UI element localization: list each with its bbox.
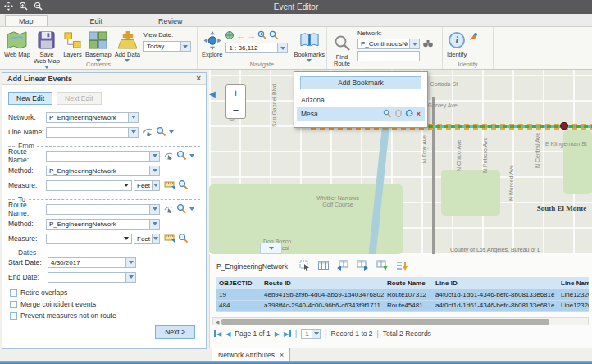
next-button[interactable]: Next > [155,325,195,339]
close-icon[interactable]: × [280,351,284,359]
chevron-down-icon[interactable] [409,39,419,48]
identify-button[interactable]: i Identify [445,30,468,59]
chevron-down-icon[interactable] [149,220,159,229]
to-method-field[interactable]: P_EngineeringNetwork [46,219,160,230]
checkbox-prevent-measures[interactable]: Prevent measures not on route [10,312,198,320]
chevron-down-icon[interactable] [277,43,287,52]
checkbox-retire-overlaps[interactable]: Retire overlaps [10,289,198,297]
zoom-to-bookmark-icon[interactable] [383,109,391,119]
measure-ruler-icon[interactable] [164,233,175,244]
zoom-to-measure-icon[interactable] [178,180,188,191]
previous-page-button[interactable]: ◀ [225,330,230,338]
table-row[interactable]: 484 a398ff4c-2940-4c00-96b6-c6343f9f1711… [216,300,589,311]
start-date-field[interactable]: 4/30/2017 [48,257,136,268]
select-records-icon[interactable] [299,260,310,272]
collapse-panel-left-icon[interactable]: ◀ [209,89,216,98]
last-page-button[interactable]: ▶ [284,330,291,338]
column-header[interactable]: Line ID [432,277,558,289]
related-records-left-icon[interactable] [337,260,348,272]
tab-map[interactable]: Map [5,15,48,26]
page-number-select[interactable]: 1 [301,329,321,339]
map-zoom-in-button[interactable]: + [226,85,245,102]
chevron-down-icon[interactable] [189,207,194,211]
from-method-field[interactable]: P_EngineeringNetwork [46,166,160,176]
bookmark-item-mesa[interactable]: Mesa × [297,107,425,121]
chevron-down-icon[interactable] [149,205,159,214]
table-row[interactable]: 19 4eb9419b-af9b-4d04-ab69-1d403476802b … [216,289,589,300]
delete-bookmark-icon[interactable]: × [417,111,421,118]
select-route-on-map-icon[interactable] [164,204,173,215]
select-route-on-map-icon[interactable] [164,151,173,162]
web-map-button[interactable]: Web Map [2,30,32,59]
chevron-down-icon[interactable] [149,152,159,161]
tab-review[interactable]: Review [145,16,196,26]
zoom-to-line-icon[interactable] [156,126,166,138]
chevron-down-icon[interactable] [312,330,320,338]
chevron-down-icon[interactable] [152,181,159,190]
refresh-bookmark-icon[interactable] [405,109,413,119]
add-data-button[interactable]: Add Data [113,30,142,63]
from-measure-unit-select[interactable]: Feet [134,180,160,191]
line-name-field[interactable] [46,127,139,138]
zoom-in-icon[interactable] [257,30,266,41]
basemap-button[interactable]: Basemap [84,30,113,63]
end-date-field[interactable] [48,272,136,283]
from-route-name-field[interactable] [46,151,160,162]
pan-icon[interactable] [4,2,13,12]
next-edit-button[interactable]: Next Edit [57,92,102,105]
network-field[interactable]: P_EngineeringNetwork [46,112,139,123]
attribute-table-icon[interactable] [318,260,329,272]
bookmark-item-arizona[interactable]: Arizona [297,93,425,107]
bookmarks-button[interactable]: Bookmarks [292,30,326,63]
related-records-right-icon[interactable] [357,260,368,272]
to-measure-unit-select[interactable]: Feet [134,234,160,244]
zoom-out-icon[interactable] [34,2,43,12]
zoom-to-route-icon[interactable] [176,203,186,215]
zoom-to-measure-icon[interactable] [178,233,188,244]
horizontal-scrollbar[interactable]: ◀ [212,317,589,325]
previous-extent-icon[interactable]: ← [236,32,244,40]
chevron-down-icon[interactable] [125,258,135,267]
binoculars-icon[interactable] [423,39,433,49]
pin-icon[interactable] [468,32,478,43]
chevron-down-icon[interactable] [152,234,159,243]
select-line-on-map-icon[interactable] [143,126,153,138]
column-header[interactable]: OBJECTID [216,277,261,289]
next-page-button[interactable]: ▶ [275,330,280,338]
scrollbar-thumb[interactable] [221,319,549,325]
checkbox-merge-coincident[interactable]: Merge coincident events [10,300,198,308]
chevron-down-icon[interactable] [169,130,174,134]
pan-to-bookmark-icon[interactable] [394,109,402,119]
close-icon[interactable]: × [196,75,201,83]
globe-icon[interactable] [225,31,234,41]
zoom-out-icon[interactable] [269,30,278,41]
tab-edit[interactable]: Edit [77,16,116,26]
network-select[interactable]: P_ContinuousNetwork [357,39,420,49]
to-route-name-field[interactable] [46,204,160,215]
explore-button[interactable]: Explore [200,30,224,59]
zoom-in-icon[interactable] [19,2,28,12]
column-header[interactable]: Route ID [261,277,384,289]
from-measure-field[interactable] [46,180,132,191]
layers-button[interactable]: Layers [61,30,84,59]
chevron-down-icon[interactable] [128,113,138,122]
new-edit-button[interactable]: New Edit [8,92,52,105]
chevron-down-icon[interactable] [180,42,190,51]
measure-ruler-icon[interactable] [164,180,175,191]
column-header[interactable]: Line Name [558,277,589,289]
view-date-select[interactable]: Today [143,41,191,52]
next-extent-icon[interactable]: → [247,32,255,40]
zoom-to-route-icon[interactable] [176,150,186,162]
map-scale-select[interactable]: 1 : 36,112 [225,43,288,53]
sort-icon[interactable] [396,260,408,272]
tab-network-attributes[interactable]: Network Attributes × [212,348,290,362]
route-value-input[interactable] [357,51,420,61]
chevron-down-icon[interactable] [128,128,138,137]
find-route-button[interactable]: Find Route [330,32,354,68]
export-table-icon[interactable] [376,260,388,272]
scroll-left-icon[interactable]: ◀ [213,319,221,325]
add-bookmark-button[interactable]: Add Bookmark [300,76,421,89]
chevron-down-icon[interactable] [189,154,194,157]
first-page-button[interactable]: ◀ [214,330,221,338]
map-zoom-out-button[interactable]: − [226,102,245,119]
